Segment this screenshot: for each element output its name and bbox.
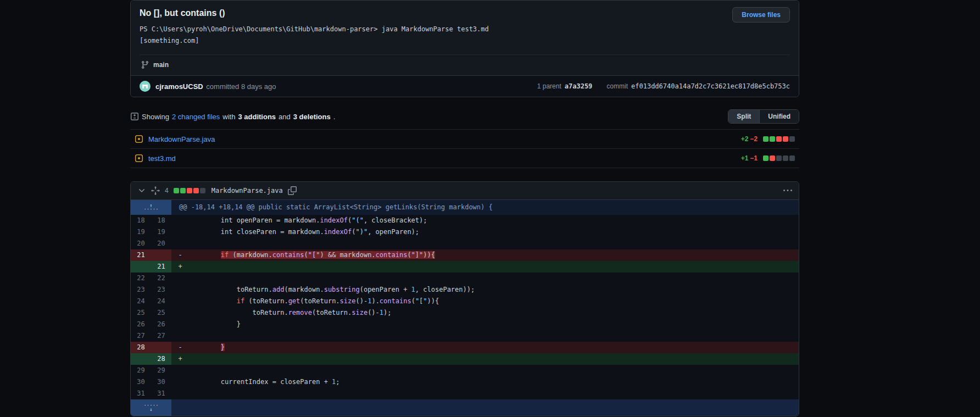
branch-name: main [153, 61, 169, 69]
commit-description: PS C:\Users\pyroh\OneDrive\Documents\Git… [140, 24, 790, 47]
old-line-number[interactable]: 20 [131, 238, 151, 249]
old-line-number[interactable]: 23 [131, 284, 151, 296]
diff-line-context: 2323 toReturn.add(markdown.substring(ope… [131, 284, 799, 296]
new-line-number[interactable]: 28 [151, 353, 171, 365]
copy-path-button[interactable] [288, 186, 297, 195]
summary-with: with [222, 113, 235, 121]
diff-marker [171, 388, 189, 399]
expand-up-button[interactable]: ↑····· [131, 200, 171, 215]
diff-line-context: 2929 [131, 365, 799, 376]
diff-marker [171, 319, 189, 330]
parent-sha-link[interactable]: a7a3259 [565, 82, 593, 90]
file-additions: +1 [741, 154, 749, 162]
diff-options-button[interactable] [783, 186, 792, 195]
new-line-number[interactable]: 25 [151, 307, 171, 319]
code-cell [189, 261, 799, 273]
code-cell: int closeParen = markdown.indexOf(")", o… [189, 226, 799, 238]
collapse-diff-button[interactable] [137, 186, 146, 195]
old-line-number[interactable]: 28 [131, 342, 151, 353]
expand-down-icon: ·····↓ [143, 404, 158, 412]
new-line-number[interactable]: 21 [151, 261, 171, 273]
code-cell: int openParen = markdown.indexOf("(", cl… [189, 215, 799, 226]
old-line-number[interactable]: 31 [131, 388, 151, 399]
old-line-number[interactable]: 25 [131, 307, 151, 319]
commit-description-line: [something.com] [140, 37, 199, 45]
diff-line-context: 2424 if (toReturn.get(toReturn.size()-1)… [131, 296, 799, 307]
split-view-button[interactable]: Split [728, 110, 759, 123]
new-line-number[interactable]: 31 [151, 388, 171, 399]
commit-author[interactable]: cjramosUCSD [155, 82, 203, 91]
diffstat-blocks [174, 188, 205, 193]
old-line-number[interactable]: 22 [131, 273, 151, 284]
diff-panel-header: 4 MarkdownParse.java [131, 182, 799, 200]
file-link[interactable]: test3.md [148, 154, 176, 163]
old-line-number[interactable]: 18 [131, 215, 151, 226]
diff-changes-count: 4 [165, 187, 169, 194]
new-line-number[interactable]: 30 [151, 376, 171, 388]
new-line-number[interactable]: 29 [151, 365, 171, 376]
new-line-number[interactable]: 19 [151, 226, 171, 238]
diff-line-context: 1818 int openParen = markdown.indexOf("(… [131, 215, 799, 226]
diffstat-block [174, 188, 179, 193]
additions-count: 3 additions [238, 113, 276, 121]
diffstat-block [770, 155, 775, 161]
diff-marker: - [171, 249, 189, 261]
old-line-number[interactable]: 19 [131, 226, 151, 238]
diffstat-block [783, 155, 788, 161]
diff-summary-row: Showing 2 changed files with 3 additions… [130, 109, 799, 124]
new-line-number[interactable] [151, 249, 171, 261]
diff-marker: + [171, 353, 189, 365]
new-line-number[interactable]: 18 [151, 215, 171, 226]
new-line-number[interactable] [151, 342, 171, 353]
diff-panel: 4 MarkdownParse.java ↑·····@@ -18,14 +18… [130, 181, 799, 416]
code-cell: toReturn.add(markdown.substring(openPare… [189, 284, 799, 296]
chevron-down-icon [137, 186, 146, 195]
new-line-number[interactable]: 23 [151, 284, 171, 296]
old-line-number[interactable]: 24 [131, 296, 151, 307]
diff-marker [171, 376, 189, 388]
diffstat-block [783, 136, 788, 142]
new-line-number[interactable]: 20 [151, 238, 171, 249]
file-link[interactable]: MarkdownParse.java [148, 135, 215, 143]
file-deletions: −2 [750, 135, 758, 143]
file-row: test3.md+1−1 [130, 148, 799, 168]
code-cell: if (markdown.contains("[") && markdown.c… [189, 249, 799, 261]
old-line-number[interactable]: 27 [131, 330, 151, 342]
diff-file-name: MarkdownParse.java [211, 187, 283, 194]
summary-period: . [333, 113, 336, 121]
diff-line-deleted: 28- } [131, 342, 799, 353]
diff-marker [171, 330, 189, 342]
unified-view-button[interactable]: Unified [759, 110, 799, 123]
changed-files-list: MarkdownParse.java+2−2test3.md+1−1 [130, 129, 799, 168]
commit-page: No [], but contains () Browse files PS C… [130, 0, 799, 416]
new-line-number[interactable]: 26 [151, 319, 171, 330]
expand-up-icon: ↑····· [143, 204, 158, 212]
old-line-number[interactable] [131, 353, 151, 365]
git-branch-icon [141, 60, 149, 69]
diffstat-block [763, 155, 769, 161]
expand-row: ·····↓ [131, 399, 799, 416]
old-line-number[interactable]: 30 [131, 376, 151, 388]
move-handle[interactable] [151, 186, 160, 195]
code-cell: currentIndex = closeParen + 1; [189, 376, 799, 388]
new-line-number[interactable]: 27 [151, 330, 171, 342]
browse-files-button[interactable]: Browse files [732, 7, 790, 23]
expand-down-button[interactable]: ·····↓ [131, 399, 171, 416]
modified-file-icon [135, 135, 143, 143]
commit-title: No [], but contains () [140, 8, 225, 18]
new-line-number[interactable]: 22 [151, 273, 171, 284]
commit-description-line: PS C:\Users\pyroh\OneDrive\Documents\Git… [140, 25, 489, 33]
old-line-number[interactable]: 21 [131, 249, 151, 261]
diff-line-context: 3131 [131, 388, 799, 399]
old-line-number[interactable]: 26 [131, 319, 151, 330]
old-line-number[interactable]: 29 [131, 365, 151, 376]
new-line-number[interactable]: 24 [151, 296, 171, 307]
diffstat-block [187, 188, 192, 193]
old-line-number[interactable] [131, 261, 151, 273]
diff-line-deleted: 21- if (markdown.contains("[") && markdo… [131, 249, 799, 261]
diffstat-block [770, 136, 775, 142]
changed-files-link[interactable]: 2 changed files [172, 113, 220, 121]
avatar[interactable] [140, 81, 151, 92]
code-cell: } [189, 342, 799, 353]
diff-marker [171, 226, 189, 238]
